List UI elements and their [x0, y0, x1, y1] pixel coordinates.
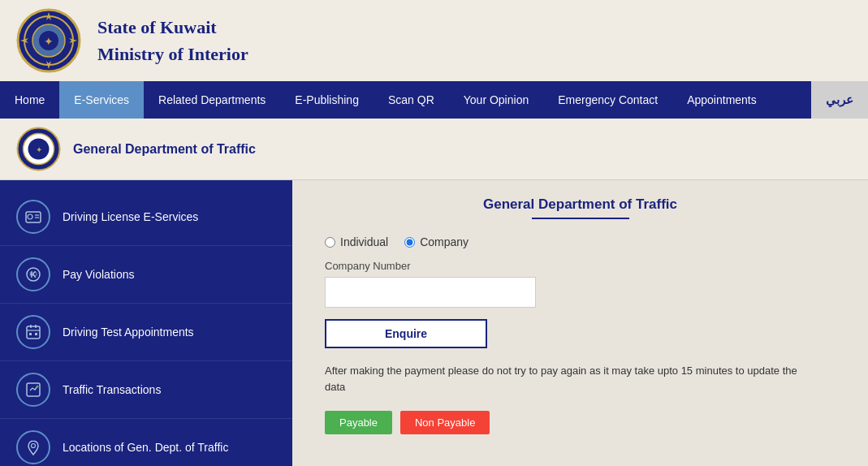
- sidebar-item-pay-violations[interactable]: K KD Pay Violations: [0, 246, 292, 304]
- nav-home[interactable]: Home: [0, 81, 59, 119]
- svg-rect-24: [29, 333, 32, 335]
- non-payable-button[interactable]: Non Payable: [400, 411, 490, 434]
- locations-icon: [16, 430, 50, 464]
- nav-e-publishing[interactable]: E-Publishing: [280, 81, 374, 119]
- radio-individual-label[interactable]: Individual: [325, 235, 388, 248]
- driving-test-label: Driving Test Appointments: [63, 326, 194, 339]
- warning-text: After making the payment please do not t…: [325, 363, 812, 395]
- main-logo: ✦: [16, 8, 81, 73]
- navbar: Home E-Services Related Departments E-Pu…: [0, 81, 868, 119]
- svg-rect-25: [35, 333, 37, 335]
- svg-point-28: [32, 444, 36, 448]
- content-area: General Department of Traffic Individual…: [292, 180, 868, 466]
- driving-license-icon: [16, 200, 50, 234]
- main-layout: Driving License E-Services K KD Pay Viol…: [0, 180, 868, 466]
- enquire-button[interactable]: Enquire: [325, 319, 487, 348]
- sidebar-item-traffic-transactions[interactable]: Traffic Transactions: [0, 361, 292, 419]
- radio-company[interactable]: [404, 237, 415, 248]
- svg-point-27: [37, 386, 39, 388]
- content-divider: [532, 218, 629, 219]
- driving-test-icon: [16, 315, 50, 349]
- svg-text:✦: ✦: [36, 145, 42, 154]
- company-number-label: Company Number: [325, 260, 836, 272]
- radio-individual[interactable]: [325, 237, 335, 248]
- dept-title: General Department of Traffic: [73, 142, 256, 157]
- traffic-transactions-label: Traffic Transactions: [63, 383, 161, 396]
- radio-group: Individual Company: [325, 235, 836, 248]
- driving-license-label: Driving License E-Services: [63, 210, 198, 223]
- payable-button[interactable]: Payable: [325, 411, 392, 434]
- nav-scan-qr[interactable]: Scan QR: [374, 81, 449, 119]
- content-title: General Department of Traffic: [325, 196, 836, 213]
- pay-violations-icon: K KD: [16, 257, 50, 291]
- nav-e-services[interactable]: E-Services: [59, 81, 144, 119]
- svg-point-14: [28, 214, 32, 219]
- nav-related-departments[interactable]: Related Departments: [144, 81, 280, 119]
- arabic-language-button[interactable]: عربي: [811, 81, 868, 119]
- status-buttons: Payable Non Payable: [325, 411, 836, 434]
- svg-text:KD: KD: [29, 271, 37, 277]
- nav-appointments[interactable]: Appointments: [672, 81, 771, 119]
- header-title: State of Kuwait Ministry of Interior: [97, 14, 248, 67]
- sidebar-item-driving-test[interactable]: Driving Test Appointments: [0, 304, 292, 361]
- traffic-transactions-icon: [16, 373, 50, 407]
- locations-label: Locations of Gen. Dept. of Traffic: [63, 441, 228, 454]
- dept-header: ✦ General Department of Traffic: [0, 119, 868, 180]
- svg-rect-20: [27, 326, 40, 339]
- radio-company-label[interactable]: Company: [404, 235, 469, 248]
- nav-emergency-contact[interactable]: Emergency Contact: [543, 81, 672, 119]
- sidebar: Driving License E-Services K KD Pay Viol…: [0, 180, 292, 466]
- nav-your-opinion[interactable]: Your Opinion: [449, 81, 543, 119]
- pay-violations-label: Pay Violations: [63, 268, 134, 281]
- svg-rect-26: [27, 383, 40, 396]
- dept-logo: ✦: [16, 127, 61, 171]
- sidebar-item-locations[interactable]: Locations of Gen. Dept. of Traffic: [0, 419, 292, 466]
- company-number-input[interactable]: [325, 277, 536, 308]
- header: ✦ State of Kuwait Ministry of Interior: [0, 0, 868, 81]
- svg-text:✦: ✦: [44, 35, 54, 48]
- sidebar-item-driving-license[interactable]: Driving License E-Services: [0, 188, 292, 246]
